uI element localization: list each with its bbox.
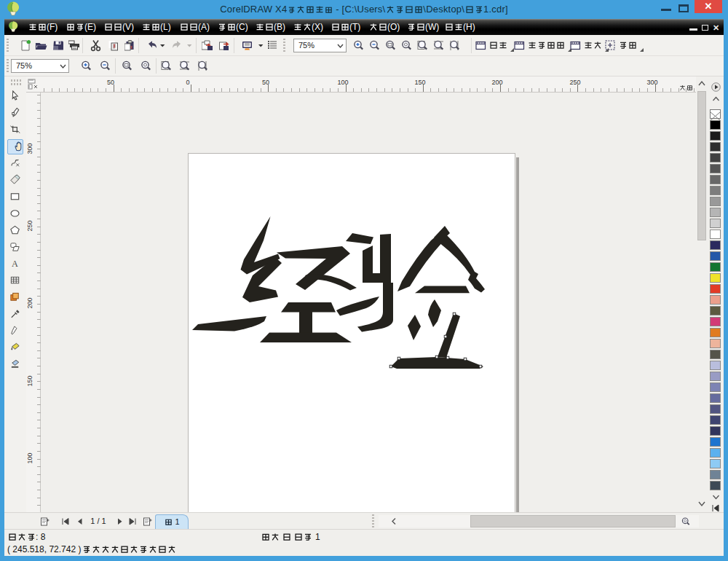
svg-text:A: A	[12, 259, 18, 269]
